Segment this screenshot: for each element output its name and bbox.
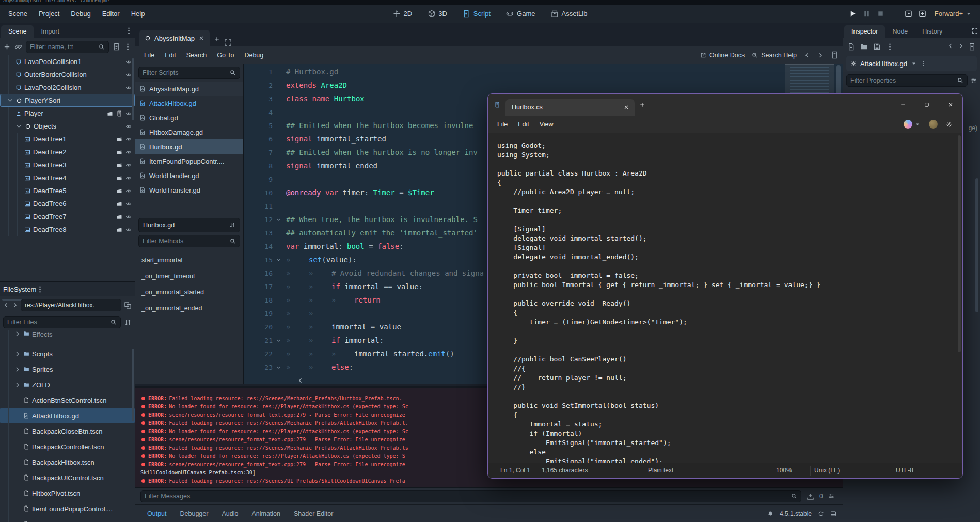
dots-icon[interactable]	[921, 60, 927, 67]
scene-node-player[interactable]: Player	[0, 107, 135, 120]
movie-icon[interactable]	[116, 175, 122, 181]
movie-maker-icon[interactable]	[891, 10, 898, 18]
workspace-assetlib[interactable]: AssetLib	[547, 8, 592, 20]
workspace-script[interactable]: Script	[459, 8, 495, 20]
fs-item-backpackclosebtn-tscn[interactable]: BackpackCloseBtn.tscn	[0, 423, 135, 439]
filesystem-filter-input[interactable]	[7, 319, 107, 326]
menu-editor[interactable]: Editor	[97, 7, 125, 20]
script-item-itemfoundpopupcontr-[interactable]: ItemFoundPopupContr....	[135, 154, 243, 168]
script-menu-edit[interactable]: Edit	[160, 50, 181, 61]
notepad-menu-view[interactable]: View	[534, 119, 559, 130]
eye-icon[interactable]	[125, 136, 132, 143]
eye-icon[interactable]	[125, 72, 132, 78]
scene-filter-input[interactable]	[30, 43, 96, 51]
collapse-icon[interactable]	[7, 97, 13, 104]
inspector-tab-history[interactable]: History	[915, 25, 950, 38]
script-item-abyssinitmap-gd[interactable]: AbyssInitMap.gd	[135, 82, 243, 96]
dots-icon[interactable]	[125, 27, 133, 35]
scene-node-lavapoolcollision1[interactable]: LavaPoolCollision1	[0, 55, 135, 68]
fs-item-backpackcontroller-tscn[interactable]: BackpackController.tscn	[0, 439, 135, 454]
fs-item-attackhitbox-gd[interactable]: AttackHitbox.gd	[0, 408, 135, 423]
script-menu-debug[interactable]: Debug	[240, 50, 268, 61]
play-scene-icon[interactable]	[905, 10, 912, 18]
filter-properties[interactable]	[846, 74, 968, 87]
fold-icon[interactable]	[273, 217, 284, 223]
workspace-3d[interactable]: 3D	[423, 8, 451, 20]
movie-icon[interactable]	[116, 149, 122, 155]
play-custom-scene-icon[interactable]	[919, 10, 926, 18]
expand-icon[interactable]	[14, 382, 21, 388]
chev-right-icon[interactable]	[958, 43, 964, 49]
filter-properties-input[interactable]	[850, 77, 954, 84]
sort-icon[interactable]	[124, 319, 132, 326]
scene-node-outerbordercollision[interactable]: OuterBorderCollision	[0, 68, 135, 81]
menu-help[interactable]: Help	[126, 7, 150, 20]
inspector-tab-node[interactable]: Node	[885, 25, 915, 38]
pause-icon[interactable]	[863, 10, 871, 18]
scene-node-deadtree1[interactable]: DeadTree1	[0, 133, 135, 146]
filter-methods-input[interactable]	[143, 238, 227, 245]
notepad-tab[interactable]: Hurtbox.cs	[505, 99, 635, 116]
filter-messages-input[interactable]	[145, 493, 788, 500]
renderer-selector[interactable]: Forward+	[931, 8, 975, 19]
bottom-tab-output[interactable]: Output	[141, 508, 172, 520]
movie-icon[interactable]	[116, 214, 122, 220]
notepad-menu-edit[interactable]: Edit	[513, 119, 534, 130]
eye-icon[interactable]	[125, 227, 132, 233]
script-item-worldhandler-gd[interactable]: WorldHandler.gd	[135, 168, 243, 183]
panel-icon[interactable]	[830, 511, 836, 517]
script-icon[interactable]	[116, 110, 122, 117]
inspected-object-selector[interactable]: AttackHitbox.gd	[846, 56, 977, 71]
play-icon[interactable]	[849, 10, 857, 18]
chev-left-icon[interactable]	[947, 43, 954, 49]
reload-icon[interactable]	[818, 511, 824, 517]
new-scene-tab-button[interactable]	[210, 32, 224, 46]
bottom-tab-debugger[interactable]: Debugger	[175, 508, 214, 520]
inspector-vscrollbar[interactable]	[975, 142, 978, 472]
dots-icon[interactable]	[36, 286, 44, 293]
sliders-icon[interactable]	[828, 493, 834, 499]
sliders-icon[interactable]	[971, 77, 977, 84]
eye-icon[interactable]	[125, 201, 132, 207]
menu-project[interactable]: Project	[34, 7, 65, 20]
method-item-start_immortal[interactable]: start_immortal	[135, 252, 243, 268]
movie-icon[interactable]	[116, 188, 122, 194]
eye-icon[interactable]	[125, 175, 132, 181]
script-menu-file[interactable]: File	[139, 50, 159, 61]
filter-methods[interactable]	[138, 235, 240, 247]
notepad-menu-file[interactable]: File	[492, 119, 513, 130]
chev-left-icon[interactable]	[804, 52, 810, 58]
script-item-global-gd[interactable]: Global.gd	[135, 110, 243, 125]
movie-icon[interactable]	[116, 136, 122, 143]
bottom-tab-audio[interactable]: Audio	[216, 508, 244, 520]
sort-icon[interactable]	[229, 222, 235, 228]
dots-icon[interactable]	[124, 43, 132, 51]
filter-messages[interactable]	[140, 490, 801, 502]
scene-filter[interactable]	[26, 41, 109, 53]
script-item-worldtransfer-gd[interactable]: WorldTransfer.gd	[135, 183, 243, 197]
dots-icon[interactable]	[886, 43, 894, 51]
inspector-tab-inspector[interactable]: Inspector	[844, 25, 885, 38]
doc-icon[interactable]	[831, 51, 839, 59]
plus-icon[interactable]	[3, 43, 11, 51]
filesystem-filter[interactable]	[3, 316, 121, 328]
new-doc-icon[interactable]	[847, 43, 855, 51]
chev-right-icon[interactable]	[12, 302, 18, 308]
workspace-2d[interactable]: 2D	[389, 8, 417, 20]
scene-node-deadtree7[interactable]: DeadTree7	[0, 210, 135, 223]
scene-dock-tab-import[interactable]: Import	[34, 25, 66, 38]
notepad-vscrollbar[interactable]	[958, 135, 961, 352]
script-item-hitboxdamage-gd[interactable]: HitboxDamage.gd	[135, 125, 243, 139]
account-avatar-icon[interactable]	[929, 120, 938, 129]
notepad-editor[interactable]: using Godot;using System; public partial…	[488, 133, 962, 464]
eye-icon[interactable]	[125, 214, 132, 220]
eye-icon[interactable]	[125, 123, 132, 130]
method-item-_on_immortal_started[interactable]: _on_immortal_started	[135, 284, 243, 300]
expand-icon[interactable]	[14, 366, 21, 373]
fs-item-hitboxpivot-tscn[interactable]: HitboxPivot.tscn	[0, 485, 135, 501]
notepad-titlebar[interactable]: Hurtbox.cs	[488, 94, 962, 116]
bottom-tab-shader-editor[interactable]: Shader Editor	[288, 508, 339, 520]
close-icon[interactable]	[198, 35, 204, 41]
fs-item-itemfoundpopupcontrol-[interactable]: ItemFoundPopupControl....	[0, 501, 135, 516]
script-menu-search[interactable]: Search	[182, 50, 212, 61]
